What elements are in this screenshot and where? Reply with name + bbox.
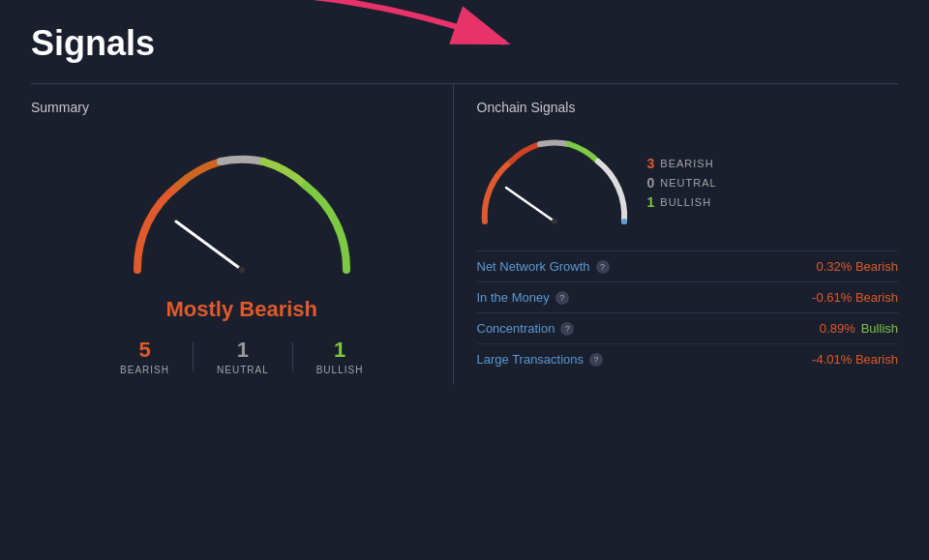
signal-value-in-the-money: -0.61% Bearish <box>812 290 898 305</box>
signal-row-in-the-money: In the Money ? -0.61% Bearish <box>477 281 899 312</box>
summary-gauge-container: Mostly Bearish 5 BEARISH 1 NEUTRAL 1 BUL… <box>31 134 453 385</box>
help-icon-net-network-growth[interactable]: ? <box>596 260 610 274</box>
help-icon-large-transactions[interactable]: ? <box>589 353 603 367</box>
signal-list: Net Network Growth ? 0.32% Bearish In th… <box>477 251 899 374</box>
summary-divider-2 <box>292 342 293 371</box>
onchain-bearish-count: 3 <box>647 156 655 171</box>
signal-name-concentration: Concentration ? <box>477 321 575 336</box>
signal-value-concentration: 0.89% Bullish <box>820 321 898 336</box>
signal-name-large-transactions: Large Transactions ? <box>477 352 604 367</box>
summary-bearish-group: 5 BEARISH <box>120 338 169 375</box>
onchain-neutral-count: 0 <box>647 175 655 191</box>
signal-value-net-network-growth: 0.32% Bearish <box>816 259 898 274</box>
summary-gauge-label: Mostly Bearish <box>166 297 318 322</box>
onchain-neutral-row: 0 NEUTRAL <box>647 175 717 191</box>
onchain-gauge <box>477 134 632 231</box>
onchain-bullish-row: 1 BULLISH <box>647 194 717 210</box>
onchain-title: Onchain Signals <box>477 100 899 115</box>
onchain-bullish-count: 1 <box>647 194 655 210</box>
signal-name-in-the-money: In the Money ? <box>477 290 569 305</box>
svg-line-4 <box>506 188 554 221</box>
onchain-bearish-row: 3 BEARISH <box>647 156 717 171</box>
onchain-bullish-label: BULLISH <box>660 196 711 208</box>
onchain-gauge-row: 3 BEARISH 0 NEUTRAL 1 BULLISH <box>477 134 899 231</box>
signal-value-large-transactions: -4.01% Bearish <box>812 352 898 367</box>
help-icon-in-the-money[interactable]: ? <box>555 291 569 305</box>
summary-bullish-label: BULLISH <box>316 365 364 375</box>
svg-point-6 <box>621 219 627 224</box>
onchain-neutral-label: NEUTRAL <box>660 177 716 189</box>
onchain-panel: Onchain Signals <box>453 83 899 385</box>
page-title: Signals <box>31 23 898 64</box>
svg-line-1 <box>176 221 242 270</box>
summary-counts: 5 BEARISH 1 NEUTRAL 1 BULLISH <box>120 338 363 375</box>
summary-bullish-count: 1 <box>334 338 345 363</box>
summary-neutral-count: 1 <box>237 338 249 363</box>
summary-title: Summary <box>31 100 453 115</box>
onchain-counts: 3 BEARISH 0 NEUTRAL 1 BULLISH <box>647 156 717 210</box>
signal-row-large-transactions: Large Transactions ? -4.01% Bearish <box>477 343 899 374</box>
signal-row-net-network-growth: Net Network Growth ? 0.32% Bearish <box>477 251 899 281</box>
summary-bullish-group: 1 BULLISH <box>316 338 364 375</box>
summary-neutral-label: NEUTRAL <box>217 365 269 375</box>
signal-name-net-network-growth: Net Network Growth ? <box>477 259 610 274</box>
summary-neutral-group: 1 NEUTRAL <box>217 338 269 375</box>
summary-divider-1 <box>193 342 194 371</box>
help-icon-concentration[interactable]: ? <box>560 322 574 336</box>
summary-gauge <box>116 144 368 289</box>
summary-bearish-count: 5 <box>138 338 150 363</box>
svg-point-3 <box>239 267 245 273</box>
signal-row-concentration: Concentration ? 0.89% Bullish <box>477 312 899 343</box>
onchain-bearish-label: BEARISH <box>660 158 713 169</box>
summary-panel: Summary Mostly Bearish <box>31 83 453 385</box>
svg-point-5 <box>552 219 557 224</box>
summary-bearish-label: BEARISH <box>120 365 169 375</box>
